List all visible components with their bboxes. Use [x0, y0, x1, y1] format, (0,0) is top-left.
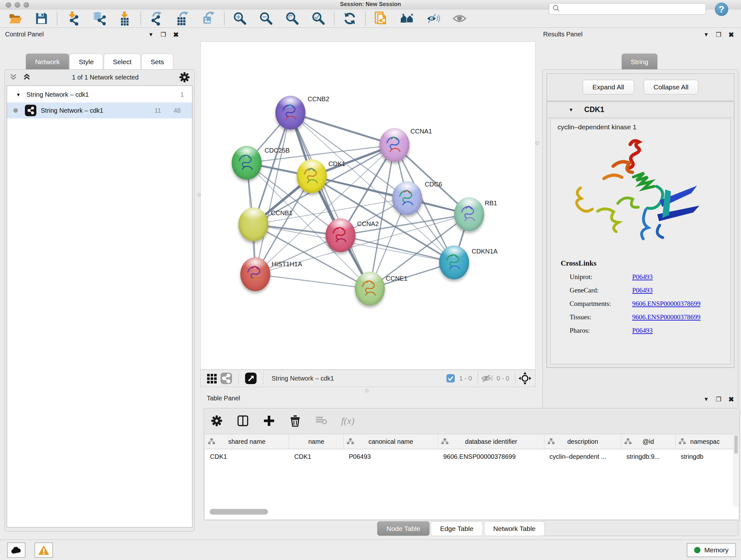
save-session-icon[interactable]: [35, 11, 49, 25]
cloud-button[interactable]: [7, 543, 25, 558]
node-CCNA2[interactable]: [326, 219, 355, 252]
warning-button[interactable]: [35, 543, 53, 558]
column-header-canonical-name[interactable]: canonical name: [344, 434, 438, 449]
node-CCNB1[interactable]: [239, 207, 268, 241]
table-row[interactable]: CDK1CDK1P064939606.ENSP00000378699cyclin…: [205, 449, 738, 464]
zoom-in-icon[interactable]: [233, 11, 247, 25]
search-input[interactable]: [562, 5, 705, 13]
float-panel-icon[interactable]: ▼: [704, 396, 709, 402]
tab-network-table[interactable]: Network Table: [484, 521, 545, 536]
node-CDKN1A[interactable]: [439, 246, 469, 279]
zoom-out-icon[interactable]: [259, 11, 273, 25]
help-button[interactable]: ?: [715, 3, 728, 16]
crosslink-label: GeneCard:: [569, 287, 632, 294]
export-network-icon[interactable]: [149, 11, 163, 25]
close-panel-icon[interactable]: ✖: [173, 31, 179, 38]
refresh-icon[interactable]: [343, 11, 357, 25]
crosslink-link[interactable]: 9606.ENSP00000378699: [632, 313, 700, 321]
delete-table-icon[interactable]: [315, 415, 328, 427]
import-table-icon[interactable]: [118, 11, 132, 25]
column-header-shared-name[interactable]: shared name: [205, 434, 289, 449]
column-header-name[interactable]: name: [289, 434, 344, 449]
zoom-fit-icon[interactable]: [285, 11, 299, 25]
node-CDK1[interactable]: [297, 159, 327, 193]
undock-panel-icon[interactable]: ❒: [160, 32, 166, 38]
delete-column-icon[interactable]: [289, 415, 301, 427]
network-canvas[interactable]: CCNB2 CCNA1 CDC25B CDK1 CDC6 RB1CCNB1: [200, 42, 536, 370]
hide-eye-icon[interactable]: [426, 11, 441, 25]
tab-string[interactable]: String: [622, 54, 658, 70]
crosslink-link[interactable]: 9606.ENSP00000378699: [632, 300, 700, 308]
edge-count: 48: [174, 107, 192, 114]
open-session-icon[interactable]: [8, 11, 22, 25]
collapse-all-button[interactable]: Collapse All: [644, 80, 698, 95]
float-panel-icon[interactable]: ▼: [148, 32, 154, 37]
undock-panel-icon[interactable]: ❒: [716, 396, 721, 402]
eye-icon[interactable]: [453, 11, 467, 25]
node-HIST1H1A[interactable]: [240, 257, 270, 291]
node-CCNE1[interactable]: [355, 272, 385, 306]
cloud-icon: [10, 546, 22, 554]
node-RB1[interactable]: [454, 197, 484, 231]
birdseye-view-icon[interactable]: [244, 371, 258, 385]
add-column-icon[interactable]: [263, 415, 275, 427]
tab-network[interactable]: Network: [26, 54, 69, 70]
memory-button[interactable]: Memory: [687, 543, 736, 557]
search-box[interactable]: [549, 3, 706, 15]
import-database-icon[interactable]: [92, 11, 106, 25]
column-header-database-identifier[interactable]: database identifier: [438, 434, 544, 449]
grid-view-icon[interactable]: [205, 371, 219, 385]
hidden-eye-icon[interactable]: [481, 371, 493, 385]
collapse-all-networks-icon[interactable]: [22, 72, 31, 82]
close-panel-icon[interactable]: ✖: [728, 31, 734, 38]
node-CDC6[interactable]: [392, 181, 422, 215]
fit-content-crosshair-icon[interactable]: [518, 371, 532, 385]
tab-node-table[interactable]: Node Table: [377, 521, 429, 536]
crosslink-link[interactable]: P06493: [632, 287, 653, 294]
home-icon[interactable]: [400, 11, 414, 25]
undock-panel-icon[interactable]: ❒: [716, 32, 721, 38]
tab-sets[interactable]: Sets: [141, 54, 173, 70]
crosslink-link[interactable]: P06493: [632, 273, 653, 281]
expand-all-button[interactable]: Expand All: [583, 80, 634, 95]
import-network-icon[interactable]: [66, 11, 80, 25]
network-options-gear-icon[interactable]: [179, 72, 190, 83]
network-tree-row-selected[interactable]: String Network – cdk1 11 48: [7, 103, 192, 118]
column-label: database identifier: [465, 438, 517, 445]
export-table-icon[interactable]: [176, 11, 190, 25]
crosslink-link[interactable]: P06493: [632, 327, 653, 334]
protein-ribbon-thumbnail: [397, 187, 417, 210]
network-tree-root-row[interactable]: ▼ String Network – cdk1 1: [7, 86, 192, 103]
gene-entry-header[interactable]: ▼ CDK1: [547, 102, 734, 118]
tab-select[interactable]: Select: [104, 54, 141, 70]
zoom-selected-icon[interactable]: [312, 11, 326, 25]
function-builder-icon[interactable]: f(x): [341, 415, 354, 426]
left-splitter-grip[interactable]: [197, 193, 201, 197]
copy-network-icon[interactable]: [374, 11, 388, 25]
column-header-@id[interactable]: @id: [621, 434, 676, 449]
table-vertical-scrollbar[interactable]: [733, 434, 738, 506]
column-label: namespac: [690, 438, 720, 445]
tab-edge-table[interactable]: Edge Table: [431, 521, 483, 536]
node-label-CDKN1A: CDKN1A: [472, 248, 497, 255]
close-panel-icon[interactable]: ✖: [728, 396, 734, 402]
node-CCNB2[interactable]: [275, 96, 306, 130]
table-options-gear-icon[interactable]: [210, 415, 223, 427]
show-columns-icon[interactable]: [237, 415, 249, 427]
tab-style[interactable]: Style: [70, 54, 103, 70]
expand-all-networks-icon[interactable]: [9, 72, 18, 82]
column-header-description[interactable]: description: [544, 434, 621, 449]
export-image-icon[interactable]: [202, 11, 216, 25]
float-panel-icon[interactable]: ▼: [704, 32, 709, 37]
column-header-namespac[interactable]: namespac: [676, 434, 735, 449]
node-CDC25B[interactable]: [232, 146, 262, 180]
collapse-entry-icon[interactable]: ▼: [569, 107, 574, 112]
tree-expand-icon[interactable]: ▼: [16, 92, 21, 98]
results-panel-title: Results Panel: [543, 30, 583, 38]
node-CCNA1[interactable]: [380, 128, 409, 162]
table-horizontal-scrollbar[interactable]: [208, 509, 731, 515]
table-cell: 9606.ENSP00000378699: [438, 449, 544, 464]
horizontal-splitter-grip[interactable]: [365, 389, 368, 392]
share-view-icon[interactable]: [219, 371, 233, 385]
selected-checkbox-icon[interactable]: [445, 371, 456, 385]
